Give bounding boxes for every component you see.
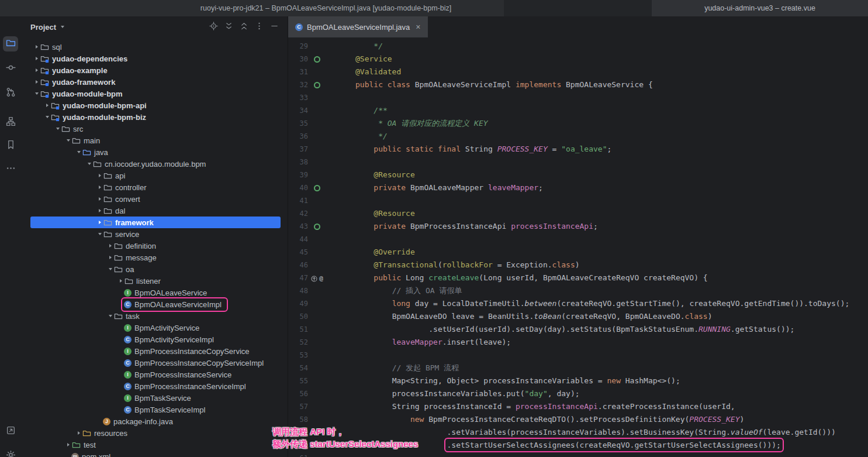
chevron-right-icon[interactable] bbox=[108, 256, 113, 259]
spring-autowire-icon[interactable] bbox=[314, 224, 320, 230]
tree-item-api[interactable]: api bbox=[30, 170, 281, 181]
code-text[interactable]: .setStartUserSelectAssignees(createReqVO… bbox=[355, 439, 781, 452]
chevron-down-icon[interactable] bbox=[55, 128, 61, 130]
chevron-down-icon[interactable] bbox=[44, 116, 50, 118]
code-text[interactable]: leaveMapper.insert(leave); bbox=[355, 336, 511, 349]
chevron-down-icon[interactable] bbox=[97, 233, 103, 235]
code-text[interactable]: */ bbox=[355, 130, 388, 143]
chevron-down-icon[interactable] bbox=[34, 92, 40, 95]
tree-item-pom-xml[interactable]: mpom.xml bbox=[30, 451, 281, 457]
code-text[interactable]: String processInstanceId = processInstan… bbox=[355, 400, 735, 413]
code-text[interactable]: .setUserId(userId).setDay(day).setStatus… bbox=[355, 323, 794, 336]
spring-autowire-icon[interactable] bbox=[314, 185, 320, 191]
code-text[interactable]: private BpmOALeaveMapper leaveMapper; bbox=[355, 181, 543, 194]
pull-requests-button[interactable] bbox=[3, 85, 18, 101]
tree-item-oa[interactable]: oa bbox=[30, 263, 281, 275]
tree-item-bpmprocessinstanceserviceimpl[interactable]: CBpmProcessInstanceServiceImpl bbox=[30, 380, 281, 392]
code-text[interactable]: /** bbox=[355, 104, 388, 117]
chevron-right-icon[interactable] bbox=[108, 244, 113, 248]
code-editor[interactable]: 29 */30@Service31@Validated32public clas… bbox=[288, 37, 868, 457]
code-text[interactable]: @Validated bbox=[355, 66, 401, 78]
tree-item-service[interactable]: service bbox=[30, 228, 281, 240]
code-text[interactable]: public Long createLeave(Long userId, Bpm… bbox=[355, 272, 708, 284]
code-text[interactable]: * OA 请假对应的流程定义 KEY bbox=[355, 117, 488, 130]
tree-item-test[interactable]: test bbox=[30, 439, 281, 451]
project-folder-button[interactable] bbox=[3, 36, 18, 51]
chevron-right-icon[interactable] bbox=[97, 221, 103, 224]
code-text[interactable]: long day = LocalDateTimeUtil.between(cre… bbox=[355, 297, 849, 310]
tree-item-cn-iocoder-yudao-module-bpm[interactable]: cn.iocoder.yudao.module.bpm bbox=[30, 158, 281, 170]
tree-item-definition[interactable]: definition bbox=[30, 240, 281, 252]
code-text[interactable]: private BpmProcessInstanceApi processIns… bbox=[355, 220, 598, 233]
tree-item-yudao-dependencies[interactable]: yudao-dependencies bbox=[30, 53, 281, 64]
code-text[interactable]: Map<String, Object> processInstanceVaria… bbox=[355, 374, 680, 387]
tree-item-bpmoaleaveservice[interactable]: IBpmOALeaveService bbox=[30, 287, 281, 298]
tree-item-controller[interactable]: controller bbox=[30, 181, 281, 193]
override-icon[interactable] bbox=[310, 274, 318, 282]
code-text[interactable]: // 发起 BPM 流程 bbox=[355, 362, 459, 374]
chevron-right-icon[interactable] bbox=[65, 443, 71, 446]
tree-item-java[interactable]: java bbox=[30, 146, 281, 158]
chevron-down-icon[interactable] bbox=[65, 139, 71, 142]
editor-tab[interactable]: C BpmOALeaveServiceImpl.java × bbox=[288, 16, 428, 37]
code-text[interactable]: new BpmProcessInstanceCreateReqDTO().set… bbox=[355, 413, 744, 426]
more-button[interactable] bbox=[3, 162, 18, 177]
tree-item-src[interactable]: src bbox=[30, 123, 281, 135]
chevron-right-icon[interactable] bbox=[97, 197, 103, 201]
tree-item-bpmprocessinstancecopyservice[interactable]: IBpmProcessInstanceCopyService bbox=[30, 345, 281, 357]
tree-item-listener[interactable]: listener bbox=[30, 275, 281, 287]
spring-bean-icon[interactable] bbox=[314, 56, 320, 63]
tree-item-task[interactable]: task bbox=[30, 310, 281, 322]
editor-area[interactable]: C BpmOALeaveServiceImpl.java × 29 */30@S… bbox=[288, 16, 868, 457]
code-text[interactable]: @Resource bbox=[355, 207, 415, 220]
tree-item-bpmtaskservice[interactable]: IBpmTaskService bbox=[30, 392, 281, 404]
tree-item-package-info-java[interactable]: Jpackage-info.java bbox=[30, 415, 281, 427]
tree-item-yudao-module-bpm-biz[interactable]: yudao-module-bpm-biz bbox=[30, 111, 281, 123]
code-text[interactable]: BpmOALeaveDO leave = BeanUtils.toBean(cr… bbox=[355, 310, 713, 323]
settings-button[interactable] bbox=[3, 448, 18, 457]
spring-bean-icon[interactable] bbox=[314, 82, 320, 88]
tree-item-yudao-example[interactable]: yudao-example bbox=[30, 64, 281, 76]
tree-item-resources[interactable]: resources bbox=[30, 427, 281, 439]
expand-all-button[interactable] bbox=[222, 20, 235, 33]
tree-item-framework[interactable]: framework bbox=[30, 217, 281, 228]
code-text[interactable]: // 插入 OA 请假单 bbox=[355, 284, 462, 297]
tree-item-bpmtaskserviceimpl[interactable]: CBpmTaskServiceImpl bbox=[30, 404, 281, 415]
code-text[interactable]: public static final String PROCESS_KEY =… bbox=[355, 143, 611, 156]
chevron-right-icon[interactable] bbox=[97, 174, 103, 177]
options-button[interactable] bbox=[253, 20, 265, 33]
tree-item-dal[interactable]: dal bbox=[30, 205, 281, 217]
chevron-right-icon[interactable] bbox=[97, 185, 103, 189]
code-text[interactable]: public class BpmOALeaveServiceImpl imple… bbox=[355, 78, 653, 91]
code-text[interactable]: */ bbox=[355, 40, 383, 53]
collapse-all-button[interactable] bbox=[237, 20, 250, 33]
code-text[interactable]: @Override bbox=[355, 246, 415, 259]
chevron-down-icon[interactable] bbox=[76, 151, 82, 153]
bookmarks-button[interactable] bbox=[3, 138, 18, 153]
chevron-down-icon[interactable] bbox=[60, 26, 65, 28]
tree-item-bpmoaleaveserviceimpl[interactable]: CBpmOALeaveServiceImpl bbox=[30, 298, 281, 310]
chevron-down-icon[interactable] bbox=[108, 268, 113, 270]
chevron-down-icon[interactable] bbox=[87, 163, 92, 165]
hide-button[interactable] bbox=[268, 20, 281, 33]
tree-item-message[interactable]: message bbox=[30, 252, 281, 263]
chevron-right-icon[interactable] bbox=[34, 80, 40, 84]
code-text[interactable]: .setVariables(processInstanceVariables).… bbox=[355, 426, 836, 439]
chevron-right-icon[interactable] bbox=[118, 279, 124, 283]
code-text[interactable]: @Resource bbox=[355, 169, 415, 181]
tree-item-yudao-module-bpm[interactable]: yudao-module-bpm bbox=[30, 88, 281, 99]
structure-button[interactable] bbox=[3, 115, 18, 130]
annotation-handler-icon[interactable]: @ bbox=[319, 274, 323, 282]
tree-item-bpmprocessinstanceservice[interactable]: IBpmProcessInstanceService bbox=[30, 369, 281, 380]
tree-item-yudao-module-bpm-api[interactable]: yudao-module-bpm-api bbox=[30, 99, 281, 111]
chevron-right-icon[interactable] bbox=[76, 431, 82, 435]
locate-button[interactable] bbox=[207, 20, 220, 33]
chevron-right-icon[interactable] bbox=[44, 104, 50, 107]
tree-item-yudao-framework[interactable]: yudao-framework bbox=[30, 76, 281, 88]
tree-item-bpmprocessinstancecopyserviceimpl[interactable]: CBpmProcessInstanceCopyServiceImpl bbox=[30, 357, 281, 369]
tree-item-bpmactivityserviceimpl[interactable]: CBpmActivityServiceImpl bbox=[30, 334, 281, 345]
code-text[interactable]: processInstanceVariables.put("day", day)… bbox=[355, 387, 580, 400]
code-text[interactable]: @Service bbox=[355, 53, 392, 66]
chevron-down-icon[interactable] bbox=[108, 315, 113, 317]
chevron-right-icon[interactable] bbox=[97, 209, 103, 212]
